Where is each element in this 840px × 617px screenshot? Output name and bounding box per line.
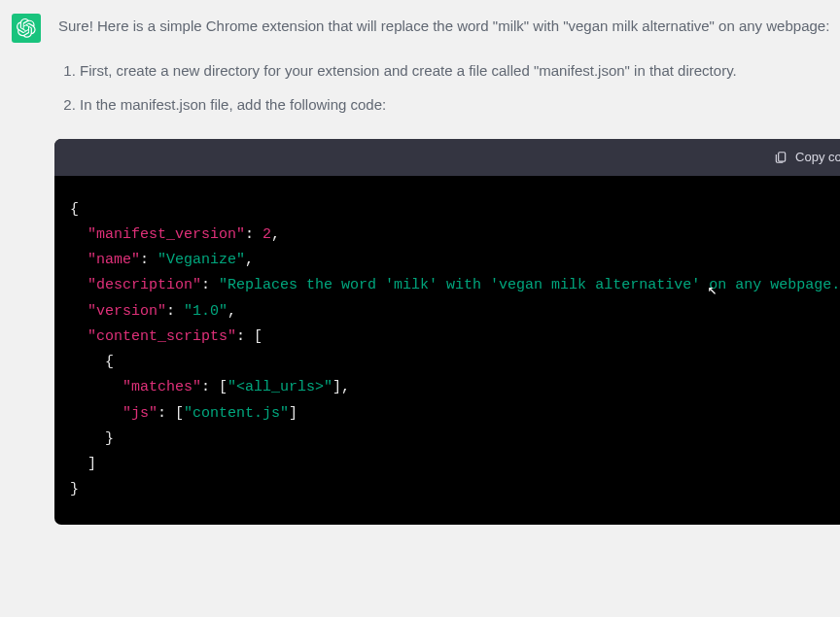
svg-rect-0 (779, 152, 786, 160)
code-header: Copy code (54, 139, 840, 176)
list-item: First, create a new directory for your e… (80, 58, 840, 84)
assistant-avatar (12, 14, 41, 43)
assistant-message-row: Sure! Here is a simple Chrome extension … (12, 14, 828, 525)
message-content: Sure! Here is a simple Chrome extension … (58, 14, 840, 525)
copy-code-label: Copy code (795, 147, 840, 168)
code-body[interactable]: { "manifest_version": 2, "name": "Vegani… (54, 176, 840, 525)
code-block: Copy code { "manifest_version": 2, "name… (54, 139, 840, 525)
openai-logo-icon (17, 18, 36, 38)
list-item: In the manifest.json file, add the follo… (80, 92, 840, 118)
copy-code-button[interactable]: Copy code (774, 147, 840, 168)
steps-list: First, create a new directory for your e… (58, 58, 840, 118)
intro-text: Sure! Here is a simple Chrome extension … (58, 14, 840, 39)
clipboard-icon (774, 151, 788, 164)
